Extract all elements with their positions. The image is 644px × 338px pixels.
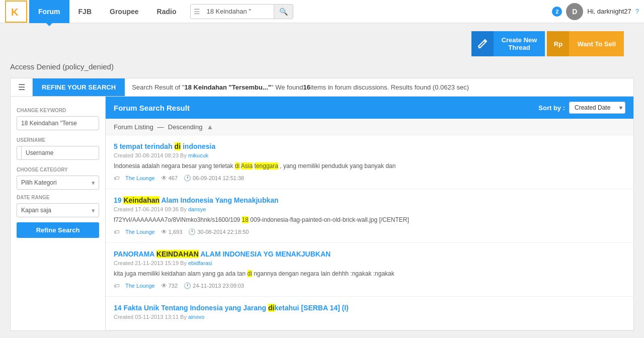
thread-views: 1,693 — [161, 228, 183, 235]
action-area: Create NewThread Rp Want To Sell — [10, 23, 634, 62]
category-select[interactable]: Pilih Kategori — [17, 176, 99, 190]
category-select-wrap: Pilih Kategori — [17, 176, 99, 190]
listing-toggle[interactable]: ▲ — [206, 123, 213, 131]
thread-tags: 🏷 The Lounge 732 24-11-2013 23:09:03 — [114, 282, 625, 289]
avatar[interactable]: D — [566, 3, 583, 20]
table-row: 14 Fakta Unik Tentang Indonesia yang Jar… — [106, 297, 633, 330]
svg-text:K: K — [11, 7, 19, 18]
page-title: Access Denied (policy_denied) — [10, 62, 634, 71]
thread-tags: 🏷 The Lounge 1,693 30-08-2014 22:18:50 — [114, 228, 625, 235]
thread-title[interactable]: 5 tempat terindah di indonesia — [114, 142, 625, 150]
thread-meta: Created 17-06-2014 09:36 By dansye — [114, 206, 625, 212]
nav-items: Forum FJB Groupee Radio — [29, 0, 185, 23]
refine-search-button[interactable]: Refine Search — [17, 222, 99, 238]
eye-icon — [161, 175, 167, 182]
results-header: Forum Search Result Sort by : Created Da… — [106, 97, 633, 119]
want-to-sell-icon: Rp — [547, 31, 569, 56]
sort-area: Sort by : Created Date Views Replies — [538, 102, 625, 114]
thread-category[interactable]: The Lounge — [125, 175, 155, 181]
username-label: USERNAME — [17, 137, 99, 143]
thread-views: 467 — [161, 175, 178, 182]
thread-excerpt: f72YvI/AAAAAAAA7o/8ViNmko3hnk/s1600/109 … — [114, 215, 625, 224]
nav-fjb[interactable]: FJB — [69, 0, 101, 23]
thread-category[interactable]: The Lounge — [125, 283, 155, 289]
table-row: PANORAMA KEINDAHAN ALAM INDONESIA YG MEN… — [106, 243, 633, 297]
clock-icon — [188, 228, 196, 235]
thread-meta: Created 03-11-2013 13:11 By ainovo — [114, 314, 625, 320]
category-label: CHOOSE CATEGORY — [17, 167, 99, 173]
username-input[interactable] — [17, 146, 99, 160]
keyword-input[interactable] — [17, 116, 99, 130]
main-layout: CHANGE KEYWORD USERNAME CHOOSE CATEGORY … — [10, 97, 634, 331]
sort-select[interactable]: Created Date Views Replies — [569, 102, 625, 114]
tag-icon: 🏷 — [114, 283, 119, 289]
daterange-select-wrap: Kapan saja Hari ini Minggu ini Bulan ini — [17, 203, 99, 217]
refine-result-text: Search Result of "18 Keindahan "Tersembu… — [125, 78, 633, 96]
tag-icon: 🏷 — [114, 175, 119, 181]
nav-groupee[interactable]: Groupee — [101, 0, 148, 23]
thread-excerpt: kita juga memiliki keidahan alam yang ga… — [114, 269, 625, 278]
thread-lastpost: 30-08-2014 22:18:50 — [188, 228, 249, 235]
thread-meta: Created 21-11-2013 15:19 By ebidfarasi — [114, 260, 625, 266]
thread-title[interactable]: 19 Keindahan Alam Indonesia Yang Menakju… — [114, 196, 625, 204]
sort-select-wrap: Created Date Views Replies — [569, 102, 625, 114]
create-thread-button[interactable]: Create NewThread — [494, 31, 545, 56]
refine-bar: ☰ REFINE YOUR SEARCH Search Result of "1… — [10, 78, 634, 97]
notification-badge[interactable]: 2 — [552, 7, 562, 17]
search-input[interactable] — [203, 8, 274, 15]
daterange-select[interactable]: Kapan saja Hari ini Minggu ini Bulan ini — [17, 203, 99, 217]
table-row: 19 Keindahan Alam Indonesia Yang Menakju… — [106, 189, 633, 243]
thread-category[interactable]: The Lounge — [125, 229, 155, 235]
thread-author[interactable]: ainovo — [188, 314, 204, 320]
top-navigation: K Forum FJB Groupee Radio ☰ 🔍 2 D Hi, da… — [0, 0, 644, 23]
refine-toggle-icon[interactable]: ☰ — [11, 78, 33, 96]
results-area: Forum Search Result Sort by : Created Da… — [106, 97, 634, 331]
refine-your-search-button[interactable]: REFINE YOUR SEARCH — [33, 78, 125, 96]
thread-excerpt: Indonesia adalah negara besar yang terle… — [114, 161, 625, 171]
listing-bar: Forum Listing — Descending ▲ — [106, 119, 633, 135]
nav-radio[interactable]: Radio — [148, 0, 186, 23]
eye-icon — [161, 228, 167, 235]
create-thread-icon — [471, 31, 494, 56]
listing-label: Forum Listing — [114, 123, 153, 131]
sidebar: CHANGE KEYWORD USERNAME CHOOSE CATEGORY … — [10, 97, 106, 331]
want-to-sell-button[interactable]: Want To Sell — [569, 31, 624, 56]
thread-meta: Created 30-08-2014 08:23 By mikucuk — [114, 152, 625, 158]
nav-forum[interactable]: Forum — [29, 0, 69, 23]
thread-lastpost: 06-09-2014 12:51:38 — [184, 175, 244, 182]
table-row: 5 tempat terindah di indonesia Created 3… — [106, 135, 633, 189]
result-count: 16 — [303, 83, 310, 91]
search-bar: ☰ 🔍 — [190, 4, 293, 19]
search-button[interactable]: 🔍 — [274, 5, 293, 19]
thread-lastpost: 24-11-2013 23:09:03 — [184, 282, 244, 289]
results-title: Forum Search Result — [114, 104, 190, 112]
clock-icon — [184, 282, 191, 289]
help-icon[interactable]: ? — [635, 8, 639, 15]
clock-icon — [184, 175, 191, 182]
thread-tags: 🏷 The Lounge 467 06-09-2014 12:51:38 — [114, 175, 625, 182]
user-greeting: Hi, darknight27 — [587, 8, 631, 15]
thread-title[interactable]: 14 Fakta Unik Tentang Indonesia yang Jar… — [114, 304, 625, 312]
thread-author[interactable]: ebidfarasi — [188, 260, 212, 266]
nav-right: 2 D Hi, darknight27 ? — [552, 3, 639, 20]
list-icon[interactable]: ☰ — [191, 8, 203, 16]
result-query: 18 Keindahan "Tersembu..." — [184, 83, 271, 91]
keyword-label: CHANGE KEYWORD — [17, 108, 99, 113]
logo[interactable]: K — [5, 1, 27, 23]
thread-views: 732 — [161, 282, 178, 289]
eye-icon — [161, 282, 167, 289]
listing-separator: — — [157, 123, 164, 131]
thread-author[interactable]: dansye — [188, 206, 206, 212]
listing-order: Descending — [168, 123, 203, 131]
tag-icon: 🏷 — [114, 229, 119, 235]
daterange-label: DATE RANGE — [17, 195, 99, 200]
thread-title[interactable]: PANORAMA KEINDAHAN ALAM INDONESIA YG MEN… — [114, 250, 625, 258]
sort-label: Sort by : — [538, 104, 565, 112]
thread-author[interactable]: mikucuk — [188, 152, 208, 158]
